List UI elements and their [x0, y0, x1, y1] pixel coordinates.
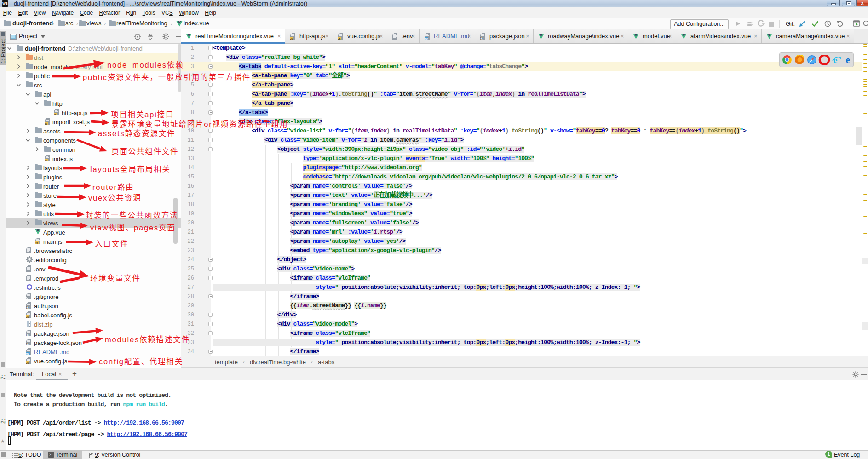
- svg-text:e: e: [834, 55, 837, 65]
- svg-text:e: e: [846, 55, 850, 65]
